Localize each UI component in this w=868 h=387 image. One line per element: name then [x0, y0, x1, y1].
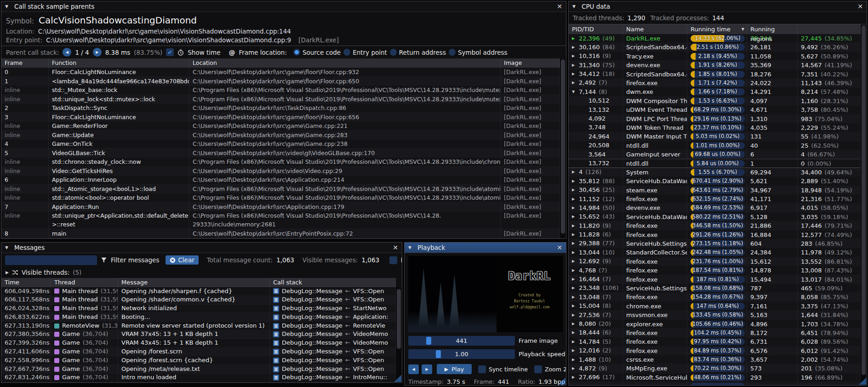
table-row[interactable]: inline std::_Mutex_base::lock C:\Program… [1, 86, 560, 95]
collapse-icon[interactable]: ▼ [5, 4, 11, 9]
pid-cell[interactable]: ▶ 15,004 (8) [569, 302, 623, 311]
scrollbar[interactable] [861, 24, 867, 385]
pid-cell[interactable]: 24,964 [569, 132, 623, 141]
pid-cell[interactable]: ▶ 13,044 (10) [569, 248, 623, 257]
pid-cell[interactable]: ▶ 4 (126) [569, 168, 623, 177]
pid-cell[interactable]: 10,512 [569, 97, 623, 105]
process-row[interactable]: ▶ 10,316 (9) Tracy.exe 2.18 s (9.45%) 11… [569, 52, 861, 61]
column-header-pid[interactable]: PID/TID [569, 24, 623, 34]
message-row[interactable]: 627,313,190ns RemoteView (31,392) Remote… [1, 322, 396, 330]
message-row[interactable]: 606,117,568ns Main thread (31,596) Openi… [1, 296, 396, 305]
pid-cell[interactable]: ▶ 29,388 (77) [569, 239, 623, 248]
process-row[interactable]: ▶ 18,444 (6) firefox.exe 104.2 ms (0.45%… [569, 329, 861, 337]
expand-icon[interactable]: ▶ [572, 293, 576, 301]
callstack-icon[interactable] [273, 358, 279, 364]
callstack-icon[interactable] [273, 297, 279, 303]
expand-icon[interactable]: ▶ [572, 320, 576, 329]
table-row[interactable]: 3 Floor::CalcLightNoLuminance C:\Users\w… [1, 113, 560, 122]
pid-cell[interactable]: ▶ 23,348 (106) [569, 284, 623, 293]
process-row[interactable]: 13,132 uDWM Event Thread 68.29 ms (0.30%… [569, 105, 861, 114]
table-row[interactable]: inline invoke_main d:\agent\_work\63\s\s… [1, 238, 560, 239]
expand-icon[interactable]: ▶ [572, 52, 576, 61]
process-row[interactable]: ▶ 4,872 (9) MsMpEng.exe 70.22 ms (0.30%)… [569, 364, 861, 373]
expand-icon[interactable]: ▶ [572, 34, 576, 43]
expand-icon[interactable]: ▶ [572, 257, 576, 266]
callstack-icon[interactable] [273, 331, 279, 337]
frame-image-slider[interactable]: 441 [408, 336, 515, 346]
process-row[interactable]: ▶ 11,828 (6) firefox.exe 291.26 ms (1.26… [569, 231, 861, 239]
frame-location-radio[interactable]: Entry point [343, 49, 387, 56]
table-row[interactable]: 5 VideoGLBase::Tick C:\Users\wolf\Deskto… [1, 149, 560, 158]
pid-cell[interactable]: 4,092 [569, 115, 623, 123]
process-row[interactable]: ▶ 27,696 (17) Microsoft.ServiceHub.Co 48… [569, 373, 861, 382]
process-row[interactable]: ▶ 2,492 (7) firefox.exe 1.71 s (7.42%) 2… [569, 79, 861, 87]
message-row[interactable]: 627,558,996ns Game (36,704) Opening /for… [1, 356, 396, 365]
process-row[interactable]: ▶ 4,768 (7) firefox.exe 187.54 ms (0.81%… [569, 266, 861, 275]
pid-cell[interactable] [569, 382, 623, 385]
pid-cell[interactable]: ▼ 7,144 (8) [569, 87, 623, 96]
expand-icon[interactable]: ▶ [572, 266, 576, 275]
frame-location-radio[interactable]: Symbol address [449, 49, 508, 56]
process-row[interactable]: ▼ 7,144 (8) dwm.exe 1.66 s (7.18%) 14,29… [569, 87, 861, 96]
message-row[interactable]: 627,667,736ns Game (36,704) Opening /met… [1, 365, 396, 374]
pid-cell[interactable]: ▶ 30,160 (84) [569, 43, 623, 52]
callstack-icon[interactable] [273, 314, 279, 320]
close-icon[interactable]: ✕ [393, 244, 398, 251]
process-row[interactable]: ▶ 30,456 (25) steam.exe 643.61 ms (2.79%… [569, 186, 861, 195]
process-row[interactable]: ▶ 14,784 (5) firefox.exe 97.95 ms (0.42%… [569, 337, 861, 346]
process-row[interactable]: ▶ 15,652 (43) ServiceHub.DataWareho 580.… [569, 213, 861, 221]
process-row[interactable]: ▶ 15,004 (8) chrome.exe 147 ms (0.64%) 7… [569, 302, 861, 311]
expand-icon[interactable]: ▶ [572, 203, 576, 212]
clear-button[interactable]: Clear [166, 255, 198, 265]
frame-location-radio[interactable]: Source code [293, 49, 341, 56]
expand-icon[interactable]: ▶ [572, 284, 576, 293]
expand-icon[interactable]: ▶ [572, 221, 576, 230]
process-row[interactable]: ▶ 29,388 (77) ServiceHub.SettingsHost 27… [569, 239, 861, 248]
callstack-icon[interactable] [273, 340, 279, 346]
message-row[interactable]: 627,411,606ns Game (36,704) Opening /for… [1, 348, 396, 357]
sync-timeline-checkbox[interactable] [478, 365, 486, 373]
table-row[interactable]: inline Video::GetTicksHiRes C:\Users\wol… [1, 167, 560, 176]
cpu-titlebar[interactable]: ▼ CPU data ✕ [569, 1, 867, 12]
expand-icon[interactable]: ▶ [572, 61, 576, 69]
process-row[interactable]: 13,732 ntdll.dll 5.84 us (0.00%) 1 0 (0.… [569, 159, 861, 168]
process-row[interactable]: ▶ 11,820 (9) firefox.exe 346.58 ms (1.50… [569, 221, 861, 230]
next-frame-button[interactable]: ▶ [422, 364, 432, 374]
callstack-icon[interactable] [273, 288, 279, 294]
expand-icon[interactable]: ▶ [572, 79, 576, 87]
expand-icon[interactable]: ▶ [572, 168, 576, 177]
pid-cell[interactable]: ▶ 35,812 (88) [569, 177, 623, 185]
pid-cell[interactable]: ▶ 11,152 (12) [569, 195, 623, 203]
process-row[interactable]: 24,964 DWM Master Input Thread 5.03 ms (… [569, 132, 861, 141]
pid-cell[interactable]: ▶ 15,652 (43) [569, 213, 623, 221]
expand-icon[interactable]: ▶ [572, 355, 576, 364]
pid-cell[interactable]: ▶ 12,692 (9) [569, 257, 623, 266]
expand-icon[interactable]: ▶ [572, 347, 576, 355]
process-row[interactable]: ▶ 11,152 (12) firefox.exe 632.15 ms (2.7… [569, 195, 861, 203]
scrollbar[interactable] [560, 58, 566, 238]
expand-icon[interactable]: ▶ [572, 311, 576, 319]
messages-titlebar[interactable]: ▼ Messages ✕ [1, 243, 402, 253]
callstack-icon[interactable] [273, 366, 279, 372]
column-header-running-regions[interactable]: Running regions [747, 24, 798, 34]
message-row[interactable]: 626,833,622ns Main thread (31,596) Booti… [1, 313, 396, 322]
table-row[interactable]: 0 Floor::CalcLightNoLuminance C:\Users\w… [1, 68, 560, 77]
message-row[interactable]: 627,831,246ns Game (36,704) Intro menu l… [1, 374, 396, 382]
message-row[interactable]: 626,024,328ns Main thread (31,596) Netwo… [1, 305, 396, 313]
table-row[interactable]: inline std::chrono::steady_clock::now C:… [1, 157, 560, 167]
visible-threads-row[interactable]: ▶ Visible threads: (5) [1, 267, 402, 278]
scrollbar[interactable] [396, 287, 402, 382]
collapse-icon[interactable]: ▼ [5, 245, 11, 250]
resize-grip[interactable] [858, 377, 866, 385]
expand-icon[interactable]: ▶ [572, 43, 576, 52]
process-row[interactable]: ▶ 31,340 (75) devenv.exe 1.91 s (8.26%) … [569, 61, 861, 69]
pid-cell[interactable]: ▶ 4,872 (9) [569, 364, 623, 373]
pid-cell[interactable]: ▶ 1,488 (10) [569, 355, 623, 364]
prev-callstack-button[interactable]: ◀ [63, 48, 71, 57]
process-row[interactable]: ▶ 35,812 (88) ServiceHub.DataWareho 670.… [569, 177, 861, 185]
pid-cell[interactable]: 13,732 [569, 159, 623, 168]
table-row[interactable]: inline std::unique_ptr<Application,std::… [1, 211, 560, 229]
process-row[interactable]: ▶ 13,044 (10) StandardCollector.Servic 2… [569, 248, 861, 257]
expand-icon[interactable]: ▶ [572, 231, 576, 239]
playback-speed-slider[interactable]: 1.00 [408, 349, 515, 359]
